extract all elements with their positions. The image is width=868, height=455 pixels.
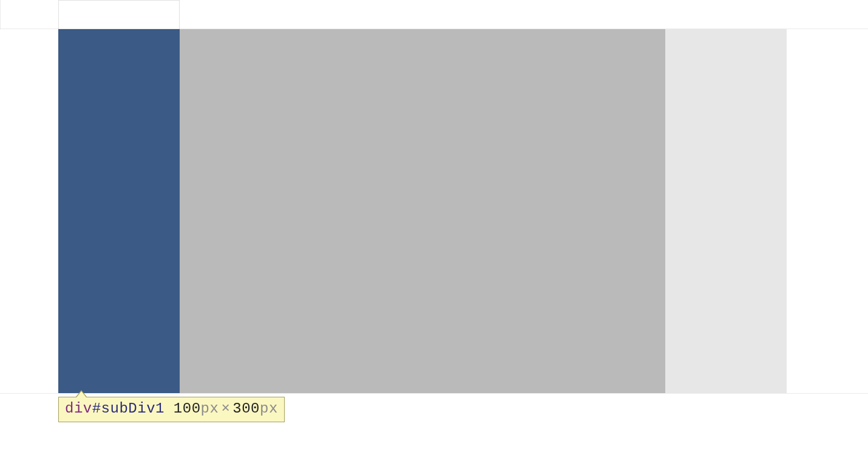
tooltip-arrow <box>76 391 86 397</box>
tooltip-height-value: 300 <box>232 400 260 417</box>
page-layout-container <box>58 29 787 393</box>
column-subDiv2[interactable] <box>180 29 665 393</box>
element-inspector-tooltip: div#subDiv1 100px×300px <box>58 397 285 422</box>
separator-line <box>0 393 868 394</box>
element-hover-highlight <box>58 0 180 29</box>
tooltip-height-unit: px <box>260 400 278 417</box>
column-subDiv1[interactable] <box>58 29 180 393</box>
tooltip-times-separator: × <box>219 400 232 417</box>
ruler-line-left <box>0 0 1 29</box>
column-subDiv3[interactable] <box>665 29 787 393</box>
tooltip-tag-name: div <box>65 400 92 417</box>
tooltip-width-value: 100 <box>174 400 201 417</box>
tooltip-selector: #subDiv1 <box>92 400 164 417</box>
tooltip-width-unit: px <box>201 400 219 417</box>
